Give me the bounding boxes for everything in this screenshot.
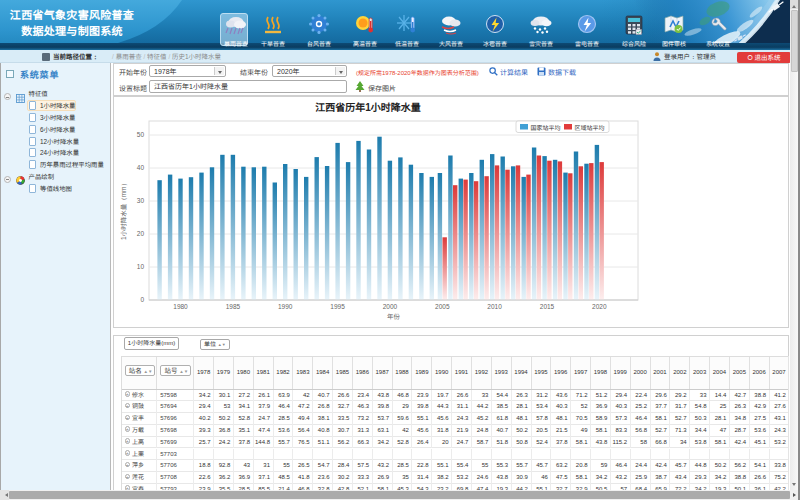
svg-text:2005: 2005 (435, 303, 450, 310)
svg-text:1小时降水量（mm）: 1小时降水量（mm） (120, 180, 128, 240)
svg-text:2000: 2000 (383, 303, 398, 310)
svg-text:1980: 1980 (173, 303, 188, 310)
svg-text:1995: 1995 (330, 303, 345, 310)
svg-text:区域站平均: 区域站平均 (575, 124, 605, 131)
svg-text:40: 40 (137, 164, 145, 171)
svg-text:国家站平均: 国家站平均 (531, 124, 561, 131)
svg-text:2010: 2010 (487, 303, 502, 310)
svg-text:江西省历年1小时降水量: 江西省历年1小时降水量 (315, 102, 421, 113)
svg-text:年份: 年份 (387, 313, 401, 320)
svg-text:1990: 1990 (278, 303, 293, 310)
svg-text:10: 10 (137, 263, 145, 270)
svg-text:2015: 2015 (540, 303, 555, 310)
svg-text:0: 0 (140, 296, 144, 303)
svg-text:1985: 1985 (226, 303, 241, 310)
svg-text:2020: 2020 (592, 303, 607, 310)
svg-text:50: 50 (137, 131, 145, 138)
svg-text:20: 20 (137, 230, 145, 237)
svg-text:30: 30 (137, 197, 145, 204)
